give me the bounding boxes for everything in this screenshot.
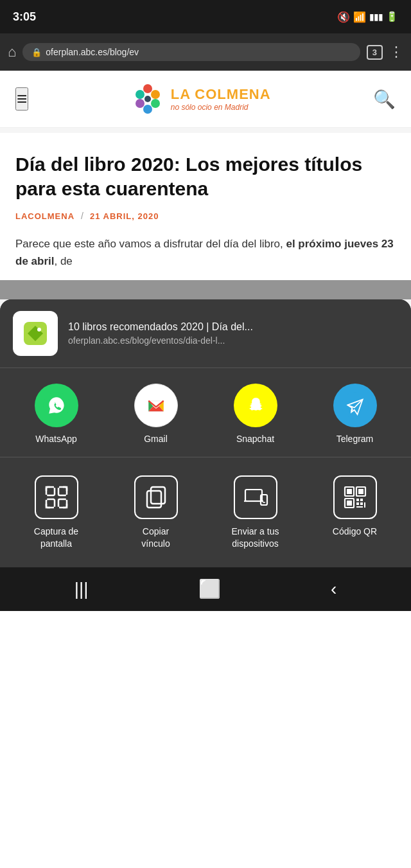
send-devices-icon [234, 475, 277, 519]
svg-point-2 [151, 99, 160, 108]
url-text: oferplan.abc.es/blog/ev [46, 47, 139, 57]
svg-rect-14 [58, 487, 67, 495]
qr-code-icon [333, 475, 377, 519]
share-preview-text: 10 libros recomendados 2020 | Día del...… [68, 321, 398, 346]
svg-point-1 [151, 90, 160, 99]
copy-link-svg [143, 484, 169, 510]
status-time: 3:05 [13, 10, 36, 24]
share-app-snapchat[interactable]: Snapchat [223, 384, 288, 444]
nav-bar: ||| ⬜ ‹ [0, 567, 411, 611]
gmail-label: Gmail [144, 434, 168, 444]
article-meta: LACOLMENA / 21 ABRIL, 2020 [15, 211, 396, 221]
url-bar[interactable]: 🔒 oferplan.abc.es/blog/ev [22, 43, 360, 61]
svg-rect-13 [46, 487, 55, 495]
svg-rect-38 [356, 506, 363, 508]
battery-icon: 🔋 [386, 11, 398, 22]
whatsapp-icon [35, 384, 78, 427]
nav-recents-button[interactable]: ||| [74, 579, 89, 599]
action-screenshot[interactable]: Captura depantalla [24, 475, 89, 549]
share-app-gmail[interactable]: Gmail [124, 384, 188, 444]
meta-date: 21 ABRIL, 2020 [90, 211, 159, 221]
status-icons: 🔇 📶 ▮▮▮ 🔋 [337, 11, 398, 23]
share-preview-url: oferplan.abc.es/blog/eventos/dia-del-l..… [68, 335, 398, 346]
logo-hex-icon [131, 82, 164, 116]
send-devices-svg [243, 484, 268, 510]
svg-point-0 [143, 84, 152, 93]
share-apps-row: WhatsApp [0, 368, 411, 457]
share-preview-title: 10 libros recomendados 2020 | Día del... [68, 321, 398, 333]
site-logo[interactable]: LA COLMENA no sólo ocio en Madrid [131, 82, 271, 116]
snapchat-icon [234, 384, 277, 427]
screenshot-icon [35, 475, 78, 519]
more-button[interactable]: ⋮ [389, 44, 403, 60]
svg-rect-37 [364, 502, 365, 508]
share-backdrop [0, 280, 411, 299]
svg-point-12 [342, 392, 369, 419]
article-body-end: , de [54, 255, 72, 267]
share-app-whatsapp[interactable]: WhatsApp [24, 384, 89, 444]
share-sheet: 10 libros recomendados 2020 | Día del...… [0, 299, 411, 567]
snapchat-label: Snapchat [236, 434, 274, 444]
action-send-devices[interactable]: Enviar a tusdispositivos [223, 475, 288, 549]
action-qr-code[interactable]: Código QR [323, 475, 387, 537]
hamburger-button[interactable]: ≡ [15, 87, 28, 111]
send-devices-label: Enviar a tusdispositivos [232, 526, 279, 549]
share-preview: 10 libros recomendados 2020 | Día del...… [0, 299, 411, 368]
logo-subtitle: no sólo ocio en Madrid [171, 103, 271, 112]
search-button[interactable]: 🔍 [373, 89, 396, 110]
svg-rect-35 [356, 502, 359, 505]
lock-icon: 🔒 [31, 48, 42, 57]
status-bar: 3:05 🔇 📶 ▮▮▮ 🔋 [0, 0, 411, 33]
svg-point-4 [136, 99, 144, 108]
price-tag-icon [21, 319, 49, 348]
article-area: Día del libro 2020: Los mejores títulos … [0, 133, 411, 280]
svg-point-3 [143, 105, 152, 114]
svg-point-6 [144, 96, 151, 102]
page-content: ≡ LA COLMENA no sólo ocio en Madrid 🔍 Dí… [0, 71, 411, 567]
mute-icon: 🔇 [337, 11, 350, 23]
svg-rect-22 [151, 487, 165, 504]
svg-point-5 [136, 90, 144, 99]
tab-count-badge[interactable]: 3 [367, 45, 383, 60]
svg-rect-30 [358, 489, 363, 494]
share-sheet-overlay: 10 libros recomendados 2020 | Día del...… [0, 280, 411, 567]
svg-rect-36 [360, 502, 363, 505]
share-preview-icon [13, 311, 58, 356]
meta-divider: / [81, 211, 83, 221]
copy-link-label: Copiarvínculo [141, 526, 170, 549]
telegram-svg [342, 392, 369, 419]
telegram-label: Telegram [337, 434, 374, 444]
wifi-icon: 📶 [353, 11, 366, 23]
gmail-svg [143, 392, 170, 419]
svg-rect-23 [245, 490, 262, 501]
svg-rect-21 [147, 491, 161, 508]
article-body: Parece que este año vamos a disfrutar de… [15, 235, 396, 270]
qr-code-label: Código QR [333, 526, 377, 537]
qr-code-svg [342, 484, 368, 510]
svg-rect-33 [356, 499, 359, 501]
nav-back-button[interactable]: ‹ [331, 579, 337, 599]
article-body-start: Parece que este año vamos a disfrutar de… [15, 238, 286, 250]
svg-rect-32 [347, 500, 352, 506]
whatsapp-svg [43, 392, 70, 419]
copy-link-icon [134, 475, 178, 519]
browser-bar: ⌂ 🔒 oferplan.abc.es/blog/ev 3 ⋮ [0, 33, 411, 71]
share-app-telegram[interactable]: Telegram [323, 384, 387, 444]
signal-icon: ▮▮▮ [369, 12, 383, 22]
gmail-icon [134, 384, 178, 427]
screenshot-label: Captura depantalla [34, 526, 78, 549]
snapchat-svg [242, 392, 269, 419]
share-actions-row: Captura depantalla Copiarvínculo [0, 457, 411, 567]
svg-point-8 [37, 328, 41, 332]
whatsapp-label: WhatsApp [35, 434, 77, 444]
site-header: ≡ LA COLMENA no sólo ocio en Madrid 🔍 [0, 71, 411, 128]
action-copy-link[interactable]: Copiarvínculo [124, 475, 188, 549]
telegram-icon [333, 384, 377, 427]
nav-home-button[interactable]: ⬜ [198, 578, 221, 599]
article-title: Día del libro 2020: Los mejores títulos … [15, 152, 396, 200]
home-button[interactable]: ⌂ [8, 44, 16, 60]
meta-source: LACOLMENA [15, 211, 74, 221]
svg-rect-34 [360, 499, 363, 501]
logo-title: LA COLMENA [171, 86, 271, 103]
svg-rect-16 [58, 499, 67, 508]
